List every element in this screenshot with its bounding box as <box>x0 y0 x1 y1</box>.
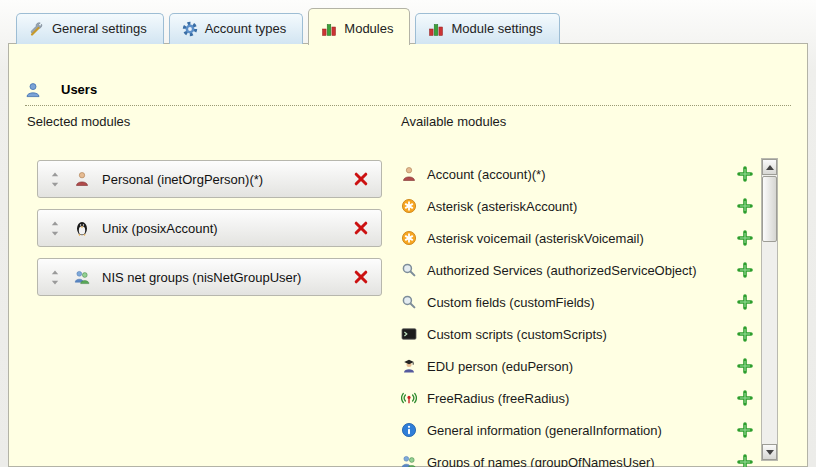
available-module-row: Authorized Services (authorizedServiceOb… <box>401 254 753 286</box>
section-title: Users <box>61 82 97 97</box>
add-module-button[interactable] <box>737 166 753 182</box>
available-module-row: Asterisk (asteriskAccount) <box>401 190 753 222</box>
tab-general-settings[interactable]: General settings <box>16 13 164 44</box>
selected-module-row[interactable]: NIS net groups (nisNetGroupUser) <box>37 258 382 296</box>
gear-icon <box>182 21 198 37</box>
terminal-icon <box>401 326 417 342</box>
section-heading: Users <box>25 80 791 106</box>
available-module-label: Groups of names (groupOfNamesUser) <box>427 455 655 467</box>
asterisk-icon <box>401 198 417 214</box>
tab-modules[interactable]: Modules <box>308 8 410 45</box>
user-icon <box>25 82 41 98</box>
available-module-row: EDU person (eduPerson) <box>401 350 753 382</box>
available-module-row: Asterisk voicemail (asteriskVoicemail) <box>401 222 753 254</box>
modules-icon <box>321 21 337 37</box>
antenna-icon <box>401 390 417 406</box>
available-module-row: Custom fields (customFields) <box>401 286 753 318</box>
available-module-label: Authorized Services (authorizedServiceOb… <box>427 263 697 278</box>
tab-bar: General settings Account types Modules <box>16 0 560 44</box>
selected-modules-heading: Selected modules <box>27 114 130 129</box>
remove-module-button[interactable] <box>353 171 369 187</box>
drag-handle-icon[interactable] <box>50 270 60 285</box>
info-icon <box>401 422 417 438</box>
selected-module-row[interactable]: Unix (posixAccount) <box>37 209 382 247</box>
tab-label: Modules <box>344 21 393 36</box>
drag-handle-icon[interactable] <box>50 221 60 236</box>
add-module-button[interactable] <box>737 454 753 467</box>
edu-person-icon <box>401 358 417 374</box>
scroll-down-button[interactable] <box>762 444 777 460</box>
available-module-label: Custom scripts (customScripts) <box>427 327 607 342</box>
available-module-label: FreeRadius (freeRadius) <box>427 391 569 406</box>
available-module-label: Asterisk (asteriskAccount) <box>427 199 577 214</box>
available-module-row: Groups of names (groupOfNamesUser) <box>401 446 753 467</box>
penguin-icon <box>74 220 90 236</box>
selected-module-label: NIS net groups (nisNetGroupUser) <box>102 270 301 285</box>
available-module-label: Custom fields (customFields) <box>427 295 595 310</box>
remove-module-button[interactable] <box>353 269 369 285</box>
available-module-label: Asterisk voicemail (asteriskVoicemail) <box>427 231 644 246</box>
tab-label: Account types <box>205 21 287 36</box>
group-icon <box>74 269 90 285</box>
selected-modules-list: Personal (inetOrgPerson)(*) <box>37 160 382 307</box>
selected-module-label: Personal (inetOrgPerson)(*) <box>102 172 263 187</box>
tab-label: Module settings <box>451 21 542 36</box>
asterisk-icon <box>401 230 417 246</box>
available-module-label: Account (account)(*) <box>427 167 546 182</box>
module-settings-icon <box>428 21 444 37</box>
add-module-button[interactable] <box>737 326 753 342</box>
drag-handle-icon[interactable] <box>50 172 60 187</box>
selected-module-row[interactable]: Personal (inetOrgPerson)(*) <box>37 160 382 198</box>
available-module-label: EDU person (eduPerson) <box>427 359 573 374</box>
content-panel: Users Selected modules Available modules… <box>8 43 808 467</box>
magnifier-icon <box>401 262 417 278</box>
add-module-button[interactable] <box>737 198 753 214</box>
available-module-row: FreeRadius (freeRadius) <box>401 382 753 414</box>
available-module-row: Custom scripts (customScripts) <box>401 318 753 350</box>
scrollbar[interactable] <box>761 158 778 461</box>
arrow-up-icon <box>766 165 774 170</box>
available-module-label: General information (generalInformation) <box>427 423 662 438</box>
person-icon <box>401 166 417 182</box>
person-icon <box>74 171 90 187</box>
add-module-button[interactable] <box>737 230 753 246</box>
add-module-button[interactable] <box>737 294 753 310</box>
tools-icon <box>29 21 45 37</box>
available-module-row: General information (generalInformation) <box>401 414 753 446</box>
add-module-button[interactable] <box>737 358 753 374</box>
add-module-button[interactable] <box>737 390 753 406</box>
tab-label: General settings <box>52 21 147 36</box>
tab-account-types[interactable]: Account types <box>169 13 304 44</box>
scroll-up-button[interactable] <box>762 159 777 175</box>
group-icon <box>401 454 417 467</box>
magnifier-icon <box>401 294 417 310</box>
remove-module-button[interactable] <box>353 220 369 236</box>
available-modules-heading: Available modules <box>401 114 506 129</box>
available-modules-list: Account (account)(*) Asterisk (asteriskA… <box>401 158 753 467</box>
scrollbar-thumb[interactable] <box>762 176 777 242</box>
selected-module-label: Unix (posixAccount) <box>102 221 218 236</box>
add-module-button[interactable] <box>737 422 753 438</box>
arrow-down-icon <box>766 450 774 455</box>
tab-module-settings[interactable]: Module settings <box>415 13 559 44</box>
available-module-row: Account (account)(*) <box>401 158 753 190</box>
add-module-button[interactable] <box>737 262 753 278</box>
